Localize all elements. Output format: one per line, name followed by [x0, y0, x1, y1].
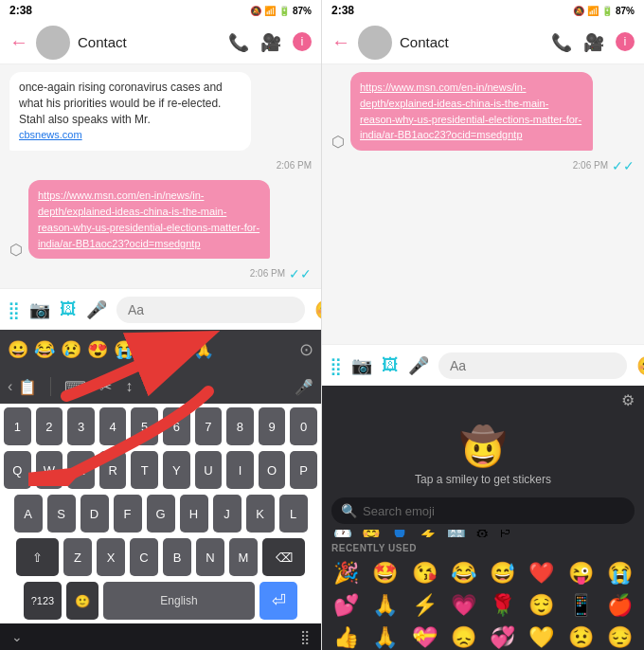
- key-x[interactable]: X: [97, 538, 125, 576]
- emoji-6[interactable]: ❤️: [140, 339, 161, 360]
- emoji-cell[interactable]: 💞: [484, 623, 521, 650]
- mic-icon-left[interactable]: 🎤: [86, 299, 107, 320]
- emoji-cell[interactable]: 🙏: [367, 623, 403, 650]
- num-sym-key[interactable]: ?123: [24, 582, 62, 620]
- tab-flags[interactable]: 🏳: [496, 530, 515, 537]
- emoji-1[interactable]: 😀: [8, 339, 28, 360]
- emoji-cell[interactable]: 💝: [406, 623, 443, 650]
- more-emoji-icon[interactable]: ⊙: [299, 339, 313, 360]
- key-5[interactable]: 5: [131, 407, 158, 445]
- key-r[interactable]: R: [99, 451, 127, 489]
- emoji-search-bar[interactable]: 🔍: [331, 497, 635, 524]
- key-6[interactable]: 6: [163, 407, 190, 445]
- video-icon-left[interactable]: 🎥: [260, 32, 281, 53]
- video-icon-right[interactable]: 🎥: [583, 32, 604, 53]
- emoji-5[interactable]: 😭: [114, 339, 134, 360]
- camera-icon-right[interactable]: 📷: [351, 355, 372, 376]
- key-q[interactable]: Q: [4, 451, 31, 489]
- key-c[interactable]: C: [130, 538, 158, 576]
- emoji-cell[interactable]: 🎉: [328, 558, 365, 588]
- key-0[interactable]: 0: [290, 407, 317, 445]
- mic-suggestion-icon[interactable]: 🎤: [295, 378, 313, 396]
- mic-icon-right[interactable]: 🎤: [408, 355, 429, 376]
- cursor-icon[interactable]: ↕: [125, 378, 133, 395]
- backspace-key[interactable]: ⌫: [262, 538, 305, 576]
- emoji-cell[interactable]: 😂: [445, 558, 482, 588]
- key-i[interactable]: I: [226, 451, 254, 489]
- key-n[interactable]: N: [196, 538, 224, 576]
- key-z[interactable]: Z: [63, 538, 92, 576]
- key-m[interactable]: M: [229, 538, 258, 576]
- emoji-cell[interactable]: 🍎: [601, 590, 638, 621]
- camera-icon-left[interactable]: 📷: [29, 299, 50, 320]
- emoji-cell[interactable]: 😔: [601, 623, 638, 650]
- key-k[interactable]: K: [246, 495, 275, 533]
- keyboard-icon[interactable]: ⌨: [64, 378, 86, 396]
- tab-recent[interactable]: 🕐: [331, 530, 354, 537]
- back-button-left[interactable]: ←: [9, 31, 28, 53]
- emoji-cell[interactable]: 😅: [484, 558, 521, 588]
- key-7[interactable]: 7: [195, 407, 223, 445]
- emoji-key[interactable]: 🙂: [66, 582, 98, 620]
- emoji-3[interactable]: 😢: [61, 339, 81, 360]
- clipboard-icon[interactable]: 📋: [18, 378, 37, 396]
- emoji-cell[interactable]: 🙏: [367, 590, 403, 621]
- emoji-search-input[interactable]: [363, 504, 625, 518]
- back-button-right[interactable]: ←: [331, 31, 350, 53]
- emoji-cell[interactable]: ⚡: [406, 590, 443, 621]
- tab-text[interactable]: 🔠: [445, 530, 468, 537]
- emoji-icon-right[interactable]: 😊: [636, 354, 644, 377]
- emoji-cell[interactable]: 🌹: [484, 590, 521, 621]
- suggestions-back[interactable]: ‹: [8, 378, 12, 395]
- emoji-8[interactable]: 🙏: [193, 339, 214, 360]
- key-4[interactable]: 4: [99, 407, 127, 445]
- gallery-icon-right[interactable]: 🖼: [382, 355, 399, 375]
- key-3[interactable]: 3: [67, 407, 95, 445]
- text-input-left[interactable]: [116, 297, 305, 323]
- emoji-cell[interactable]: 📱: [563, 590, 599, 621]
- grid-icon-left[interactable]: ⣿: [8, 299, 20, 320]
- emoji-7[interactable]: 👍: [167, 339, 188, 360]
- key-9[interactable]: 9: [259, 407, 286, 445]
- msg-link-1[interactable]: cbsnews.com: [19, 129, 82, 140]
- emoji-cell[interactable]: 😞: [445, 623, 482, 650]
- key-j[interactable]: J: [213, 495, 242, 533]
- emoji-cell[interactable]: ❤️: [523, 558, 560, 588]
- sticker-image[interactable]: 🤠: [459, 424, 507, 469]
- tab-people[interactable]: 👤: [388, 530, 411, 537]
- call-icon-left[interactable]: 📞: [228, 32, 249, 53]
- key-t[interactable]: T: [131, 451, 158, 489]
- key-2[interactable]: 2: [36, 407, 63, 445]
- key-y[interactable]: Y: [163, 451, 190, 489]
- key-f[interactable]: F: [114, 495, 142, 533]
- key-e[interactable]: E: [67, 451, 95, 489]
- return-key[interactable]: ⏎: [259, 582, 297, 620]
- emoji-cell[interactable]: 😌: [523, 590, 560, 621]
- call-icon-right[interactable]: 📞: [551, 32, 572, 53]
- msg-link-right[interactable]: https://www.msn.com/en-in/news/in-depth/…: [360, 81, 581, 140]
- share-icon-left[interactable]: ⬡: [9, 241, 23, 259]
- emoji-2[interactable]: 😂: [34, 339, 55, 360]
- key-o[interactable]: O: [259, 451, 286, 489]
- tab-activities[interactable]: ⚡: [417, 530, 439, 537]
- emoji-cell[interactable]: 🤩: [367, 558, 403, 588]
- key-g[interactable]: G: [147, 495, 175, 533]
- tab-symbols[interactable]: ⚙: [474, 530, 491, 537]
- space-key[interactable]: English: [103, 582, 255, 620]
- shift-key[interactable]: ⇧: [16, 538, 59, 576]
- key-d[interactable]: D: [80, 495, 109, 533]
- tab-smileys[interactable]: 😊: [360, 530, 383, 537]
- key-u[interactable]: U: [195, 451, 223, 489]
- msg-link-2[interactable]: https://www.msn.com/en-in/news/in-depth/…: [38, 190, 259, 248]
- emoji-cell[interactable]: 💛: [523, 623, 560, 650]
- emoji-cell[interactable]: 💗: [445, 590, 482, 621]
- emoji-cell[interactable]: 😜: [563, 558, 599, 588]
- kb-switch-icon[interactable]: ⣿: [300, 629, 310, 644]
- key-p[interactable]: P: [290, 451, 317, 489]
- emoji-cell[interactable]: 😟: [563, 623, 599, 650]
- key-a[interactable]: A: [14, 495, 43, 533]
- text-input-right[interactable]: [438, 352, 627, 379]
- emoji-icon-left[interactable]: 😊: [314, 298, 322, 321]
- emoji-cell[interactable]: 😘: [406, 558, 443, 588]
- chevron-down-left[interactable]: ⌄: [11, 629, 23, 644]
